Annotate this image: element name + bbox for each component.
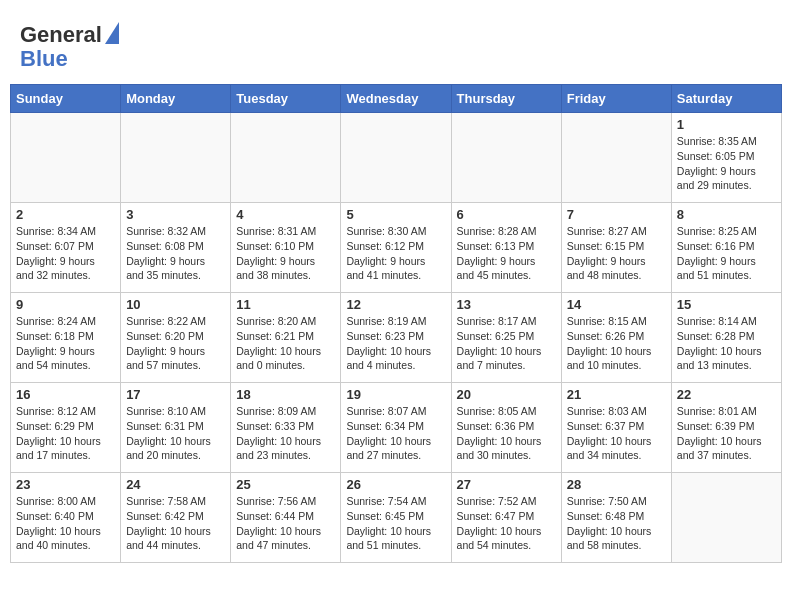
- calendar-cell-w3d1: 17Sunrise: 8:10 AM Sunset: 6:31 PM Dayli…: [121, 383, 231, 473]
- day-number: 21: [567, 387, 666, 402]
- day-info: Sunrise: 8:34 AM Sunset: 6:07 PM Dayligh…: [16, 224, 115, 283]
- calendar-cell-w1d0: 2Sunrise: 8:34 AM Sunset: 6:07 PM Daylig…: [11, 203, 121, 293]
- day-info: Sunrise: 8:19 AM Sunset: 6:23 PM Dayligh…: [346, 314, 445, 373]
- day-number: 1: [677, 117, 776, 132]
- day-number: 25: [236, 477, 335, 492]
- day-number: 4: [236, 207, 335, 222]
- calendar-cell-w0d4: [451, 113, 561, 203]
- day-number: 10: [126, 297, 225, 312]
- calendar-cell-w2d2: 11Sunrise: 8:20 AM Sunset: 6:21 PM Dayli…: [231, 293, 341, 383]
- calendar-cell-w3d0: 16Sunrise: 8:12 AM Sunset: 6:29 PM Dayli…: [11, 383, 121, 473]
- weekday-saturday: Saturday: [671, 85, 781, 113]
- weekday-thursday: Thursday: [451, 85, 561, 113]
- calendar-cell-w2d3: 12Sunrise: 8:19 AM Sunset: 6:23 PM Dayli…: [341, 293, 451, 383]
- day-info: Sunrise: 8:31 AM Sunset: 6:10 PM Dayligh…: [236, 224, 335, 283]
- day-info: Sunrise: 8:10 AM Sunset: 6:31 PM Dayligh…: [126, 404, 225, 463]
- calendar-cell-w4d1: 24Sunrise: 7:58 AM Sunset: 6:42 PM Dayli…: [121, 473, 231, 563]
- calendar-cell-w2d1: 10Sunrise: 8:22 AM Sunset: 6:20 PM Dayli…: [121, 293, 231, 383]
- calendar-table: SundayMondayTuesdayWednesdayThursdayFrid…: [10, 84, 782, 563]
- week-row-0: 1Sunrise: 8:35 AM Sunset: 6:05 PM Daylig…: [11, 113, 782, 203]
- calendar-cell-w2d5: 14Sunrise: 8:15 AM Sunset: 6:26 PM Dayli…: [561, 293, 671, 383]
- day-info: Sunrise: 8:30 AM Sunset: 6:12 PM Dayligh…: [346, 224, 445, 283]
- logo: General Blue: [20, 20, 119, 71]
- day-info: Sunrise: 8:15 AM Sunset: 6:26 PM Dayligh…: [567, 314, 666, 373]
- week-row-4: 23Sunrise: 8:00 AM Sunset: 6:40 PM Dayli…: [11, 473, 782, 563]
- day-info: Sunrise: 8:20 AM Sunset: 6:21 PM Dayligh…: [236, 314, 335, 373]
- day-number: 16: [16, 387, 115, 402]
- week-row-1: 2Sunrise: 8:34 AM Sunset: 6:07 PM Daylig…: [11, 203, 782, 293]
- day-info: Sunrise: 8:14 AM Sunset: 6:28 PM Dayligh…: [677, 314, 776, 373]
- calendar-cell-w4d2: 25Sunrise: 7:56 AM Sunset: 6:44 PM Dayli…: [231, 473, 341, 563]
- day-info: Sunrise: 8:24 AM Sunset: 6:18 PM Dayligh…: [16, 314, 115, 373]
- day-number: 6: [457, 207, 556, 222]
- day-number: 14: [567, 297, 666, 312]
- day-number: 7: [567, 207, 666, 222]
- day-number: 23: [16, 477, 115, 492]
- weekday-friday: Friday: [561, 85, 671, 113]
- day-info: Sunrise: 8:01 AM Sunset: 6:39 PM Dayligh…: [677, 404, 776, 463]
- day-info: Sunrise: 8:22 AM Sunset: 6:20 PM Dayligh…: [126, 314, 225, 373]
- day-number: 13: [457, 297, 556, 312]
- day-info: Sunrise: 8:09 AM Sunset: 6:33 PM Dayligh…: [236, 404, 335, 463]
- calendar-cell-w1d4: 6Sunrise: 8:28 AM Sunset: 6:13 PM Daylig…: [451, 203, 561, 293]
- day-info: Sunrise: 7:50 AM Sunset: 6:48 PM Dayligh…: [567, 494, 666, 553]
- calendar-cell-w1d1: 3Sunrise: 8:32 AM Sunset: 6:08 PM Daylig…: [121, 203, 231, 293]
- day-number: 22: [677, 387, 776, 402]
- day-number: 2: [16, 207, 115, 222]
- calendar-cell-w1d3: 5Sunrise: 8:30 AM Sunset: 6:12 PM Daylig…: [341, 203, 451, 293]
- calendar-cell-w4d0: 23Sunrise: 8:00 AM Sunset: 6:40 PM Dayli…: [11, 473, 121, 563]
- calendar-cell-w1d5: 7Sunrise: 8:27 AM Sunset: 6:15 PM Daylig…: [561, 203, 671, 293]
- day-info: Sunrise: 8:27 AM Sunset: 6:15 PM Dayligh…: [567, 224, 666, 283]
- day-number: 28: [567, 477, 666, 492]
- day-info: Sunrise: 8:05 AM Sunset: 6:36 PM Dayligh…: [457, 404, 556, 463]
- calendar-cell-w0d2: [231, 113, 341, 203]
- day-number: 20: [457, 387, 556, 402]
- day-info: Sunrise: 8:32 AM Sunset: 6:08 PM Dayligh…: [126, 224, 225, 283]
- week-row-3: 16Sunrise: 8:12 AM Sunset: 6:29 PM Dayli…: [11, 383, 782, 473]
- calendar-cell-w0d5: [561, 113, 671, 203]
- day-info: Sunrise: 8:12 AM Sunset: 6:29 PM Dayligh…: [16, 404, 115, 463]
- page-header: General Blue: [10, 10, 782, 76]
- day-info: Sunrise: 8:35 AM Sunset: 6:05 PM Dayligh…: [677, 134, 776, 193]
- day-number: 5: [346, 207, 445, 222]
- day-number: 11: [236, 297, 335, 312]
- calendar-cell-w2d6: 15Sunrise: 8:14 AM Sunset: 6:28 PM Dayli…: [671, 293, 781, 383]
- day-info: Sunrise: 8:17 AM Sunset: 6:25 PM Dayligh…: [457, 314, 556, 373]
- calendar-cell-w3d3: 19Sunrise: 8:07 AM Sunset: 6:34 PM Dayli…: [341, 383, 451, 473]
- weekday-header-row: SundayMondayTuesdayWednesdayThursdayFrid…: [11, 85, 782, 113]
- logo-icon: [105, 22, 119, 44]
- day-info: Sunrise: 8:03 AM Sunset: 6:37 PM Dayligh…: [567, 404, 666, 463]
- day-info: Sunrise: 8:07 AM Sunset: 6:34 PM Dayligh…: [346, 404, 445, 463]
- calendar-cell-w4d6: [671, 473, 781, 563]
- day-info: Sunrise: 8:00 AM Sunset: 6:40 PM Dayligh…: [16, 494, 115, 553]
- day-number: 15: [677, 297, 776, 312]
- weekday-sunday: Sunday: [11, 85, 121, 113]
- calendar-cell-w4d5: 28Sunrise: 7:50 AM Sunset: 6:48 PM Dayli…: [561, 473, 671, 563]
- day-number: 12: [346, 297, 445, 312]
- calendar-cell-w3d4: 20Sunrise: 8:05 AM Sunset: 6:36 PM Dayli…: [451, 383, 561, 473]
- day-number: 3: [126, 207, 225, 222]
- logo-blue: Blue: [20, 46, 68, 71]
- weekday-monday: Monday: [121, 85, 231, 113]
- day-number: 27: [457, 477, 556, 492]
- calendar-cell-w4d4: 27Sunrise: 7:52 AM Sunset: 6:47 PM Dayli…: [451, 473, 561, 563]
- day-info: Sunrise: 7:52 AM Sunset: 6:47 PM Dayligh…: [457, 494, 556, 553]
- day-info: Sunrise: 8:28 AM Sunset: 6:13 PM Dayligh…: [457, 224, 556, 283]
- day-number: 9: [16, 297, 115, 312]
- weekday-wednesday: Wednesday: [341, 85, 451, 113]
- day-number: 17: [126, 387, 225, 402]
- day-info: Sunrise: 8:25 AM Sunset: 6:16 PM Dayligh…: [677, 224, 776, 283]
- logo-general: General: [20, 22, 102, 47]
- calendar-cell-w1d2: 4Sunrise: 8:31 AM Sunset: 6:10 PM Daylig…: [231, 203, 341, 293]
- calendar-cell-w0d0: [11, 113, 121, 203]
- calendar-cell-w0d1: [121, 113, 231, 203]
- calendar-cell-w1d6: 8Sunrise: 8:25 AM Sunset: 6:16 PM Daylig…: [671, 203, 781, 293]
- calendar-cell-w0d3: [341, 113, 451, 203]
- day-info: Sunrise: 7:58 AM Sunset: 6:42 PM Dayligh…: [126, 494, 225, 553]
- day-number: 26: [346, 477, 445, 492]
- day-number: 24: [126, 477, 225, 492]
- calendar-cell-w3d2: 18Sunrise: 8:09 AM Sunset: 6:33 PM Dayli…: [231, 383, 341, 473]
- week-row-2: 9Sunrise: 8:24 AM Sunset: 6:18 PM Daylig…: [11, 293, 782, 383]
- calendar-cell-w2d0: 9Sunrise: 8:24 AM Sunset: 6:18 PM Daylig…: [11, 293, 121, 383]
- calendar-cell-w0d6: 1Sunrise: 8:35 AM Sunset: 6:05 PM Daylig…: [671, 113, 781, 203]
